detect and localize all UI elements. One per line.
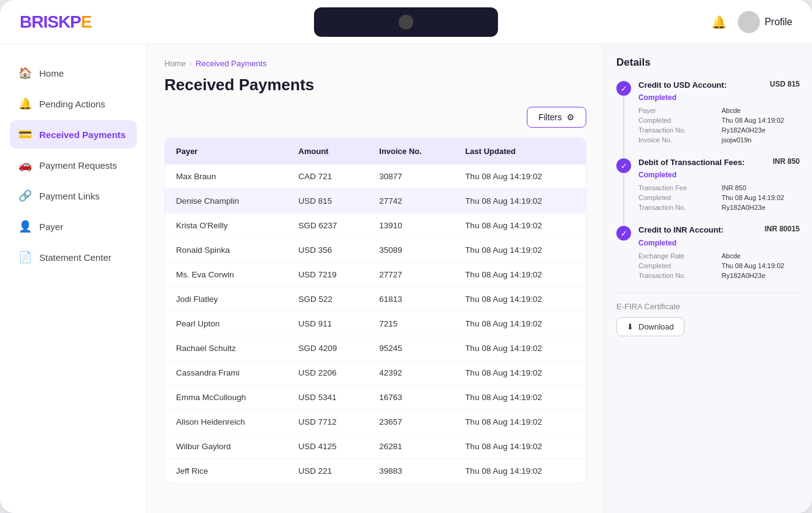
sidebar: 🏠 Home 🔔 Pending Actions 💳 Received Paym…	[0, 44, 147, 513]
sidebar-item-home[interactable]: 🏠 Home	[10, 59, 137, 87]
timeline-line	[623, 96, 624, 157]
detail-value: Ry182A0H23e	[722, 204, 800, 211]
table-row[interactable]: Ronald SpinkaUSD 35635089Thu 08 Aug 14:1…	[165, 238, 586, 263]
table-row[interactable]: Max BraunCAD 72130877Thu 08 Aug 14:19:02	[165, 164, 586, 189]
cell-amount: USD 7712	[288, 410, 369, 434]
cell-updated: Thu 08 Aug 14:19:02	[454, 238, 586, 263]
detail-label: Completed	[638, 262, 717, 269]
table-row[interactable]: Alison HeidenreichUSD 771223657Thu 08 Au…	[165, 410, 586, 434]
status-badge: Completed	[638, 171, 800, 179]
detail-label: Transaction No.	[638, 126, 717, 134]
logo: BRISKPE	[20, 12, 91, 32]
download-button[interactable]: ⬇ Download	[616, 317, 684, 336]
table-row[interactable]: Cassandra FramiUSD 220642392Thu 08 Aug 1…	[165, 361, 586, 385]
sidebar-item-payment-links[interactable]: 🔗 Payment Links	[10, 182, 137, 210]
cell-invoice: 30877	[368, 164, 454, 189]
sidebar-item-label: Home	[39, 68, 64, 79]
cell-amount: CAD 721	[288, 164, 369, 189]
profile-button[interactable]: Profile	[738, 11, 792, 33]
payments-icon: 💳	[18, 128, 32, 141]
table-row[interactable]: Ms. Eva CorwinUSD 721927727Thu 08 Aug 14…	[165, 263, 586, 287]
efira-label: E-FIRA Certificate	[616, 302, 800, 311]
cell-invoice: 35089	[368, 238, 454, 263]
sidebar-item-payer[interactable]: 👤 Payer	[10, 212, 137, 241]
table-row[interactable]: Rachael SchultzSGD 420995245Thu 08 Aug 1…	[165, 336, 586, 361]
timeline-title: Debit of Transactional Fees:	[638, 157, 745, 168]
table-body: Max BraunCAD 72130877Thu 08 Aug 14:19:02…	[165, 164, 586, 483]
sidebar-item-received-payments[interactable]: 💳 Received Payments	[10, 120, 137, 148]
avatar	[738, 11, 760, 33]
timeline-check-icon: ✓	[616, 158, 631, 173]
cell-invoice: 7215	[368, 312, 454, 336]
sidebar-item-payment-requests[interactable]: 🚗 Payment Requests	[10, 151, 137, 179]
cell-updated: Thu 08 Aug 14:19:02	[454, 164, 586, 189]
notifications-icon[interactable]: 🔔	[711, 14, 728, 31]
detail-value: Thu 08 Aug 14:19:02	[722, 262, 800, 269]
timeline-title: Credit to INR Account:	[638, 225, 724, 236]
cell-payer: Krista O'Reilly	[165, 214, 288, 238]
timeline-amount: USD 815	[770, 80, 800, 88]
cell-payer: Emma McCullough	[165, 385, 288, 410]
cell-invoice: 13910	[368, 214, 454, 238]
table-row[interactable]: Pearl UptonUSD 9117215Thu 08 Aug 14:19:0…	[165, 312, 586, 336]
timeline-container: ✓Credit to USD Account:USD 815CompletedP…	[616, 80, 800, 279]
cell-payer: Denise Champlin	[165, 189, 288, 214]
filter-icon: ⚙	[567, 112, 575, 122]
table-row[interactable]: Jodi FlatleySGD 52261813Thu 08 Aug 14:19…	[165, 287, 586, 312]
detail-label: Transaction Fee	[638, 184, 717, 191]
breadcrumb-current: Received Payments	[196, 59, 267, 68]
sidebar-item-statement-center[interactable]: 📄 Statement Center	[10, 243, 137, 271]
cell-updated: Thu 08 Aug 14:19:02	[454, 312, 586, 336]
topbar: BRISKPE 🔔 Profile	[0, 0, 812, 44]
details-panel: Details ✓Credit to USD Account:USD 815Co…	[603, 44, 812, 513]
cell-amount: USD 356	[288, 238, 369, 263]
sidebar-item-label: Payment Requests	[39, 160, 117, 171]
cell-amount: USD 911	[288, 312, 369, 336]
breadcrumb-separator: ›	[190, 59, 192, 68]
detail-label: Completed	[638, 117, 717, 124]
breadcrumb-home[interactable]: Home	[164, 59, 186, 68]
sidebar-item-label: Statement Center	[39, 252, 112, 263]
cell-updated: Thu 08 Aug 14:19:02	[454, 214, 586, 238]
detail-value: INR 850	[722, 184, 800, 191]
cell-updated: Thu 08 Aug 14:19:02	[454, 189, 586, 214]
cell-amount: USD 5341	[288, 385, 369, 410]
content-area: Home › Received Payments Received Paymen…	[147, 44, 603, 513]
timeline-header: Debit of Transactional Fees:INR 850	[638, 157, 800, 168]
timeline-check-icon: ✓	[616, 81, 631, 96]
topbar-dot	[399, 15, 413, 29]
table-row[interactable]: Jeff RiceUSD 22139883Thu 08 Aug 14:19:02	[165, 459, 586, 484]
cell-amount: SGD 522	[288, 287, 369, 312]
download-label: Download	[638, 322, 674, 331]
table-row[interactable]: Denise ChamplinUSD 81527742Thu 08 Aug 14…	[165, 189, 586, 214]
breadcrumb: Home › Received Payments	[164, 59, 586, 68]
table-row[interactable]: Emma McCulloughUSD 534116763Thu 08 Aug 1…	[165, 385, 586, 410]
cell-payer: Pearl Upton	[165, 312, 288, 336]
sidebar-item-label: Payment Links	[39, 191, 99, 201]
status-badge: Completed	[638, 93, 800, 102]
table-row[interactable]: Krista O'ReillySGD 623713910Thu 08 Aug 1…	[165, 214, 586, 238]
cell-updated: Thu 08 Aug 14:19:02	[454, 336, 586, 361]
cell-invoice: 42392	[368, 361, 454, 385]
cell-updated: Thu 08 Aug 14:19:02	[454, 287, 586, 312]
cell-payer: Max Braun	[165, 164, 288, 189]
timeline-header: Credit to INR Account:INR 80015	[638, 225, 800, 236]
payments-table: Payer Amount Invoice No. Last Updated Ma…	[165, 138, 586, 483]
efira-section: E-FIRA Certificate ⬇ Download	[616, 293, 800, 336]
detail-label: Transaction No.	[638, 204, 717, 211]
filters-button[interactable]: Filters ⚙	[527, 107, 586, 128]
download-icon: ⬇	[627, 322, 634, 331]
timeline-content: Credit to USD Account:USD 815CompletedPa…	[638, 80, 800, 144]
timeline-check-icon: ✓	[616, 226, 631, 241]
cell-payer: Rachael Schultz	[165, 336, 288, 361]
profile-label: Profile	[765, 17, 792, 28]
statement-icon: 📄	[18, 250, 32, 264]
detail-grid: PayerAbcdeCompletedThu 08 Aug 14:19:02Tr…	[638, 107, 800, 144]
requests-icon: 🚗	[18, 158, 32, 172]
table-row[interactable]: Wilbur GaylordUSD 412526281Thu 08 Aug 14…	[165, 434, 586, 459]
detail-value: Abcde	[722, 252, 800, 260]
cell-updated: Thu 08 Aug 14:19:02	[454, 434, 586, 459]
cell-invoice: 26281	[368, 434, 454, 459]
sidebar-item-pending-actions[interactable]: 🔔 Pending Actions	[10, 90, 137, 118]
timeline-content: Debit of Transactional Fees:INR 850Compl…	[638, 157, 800, 211]
